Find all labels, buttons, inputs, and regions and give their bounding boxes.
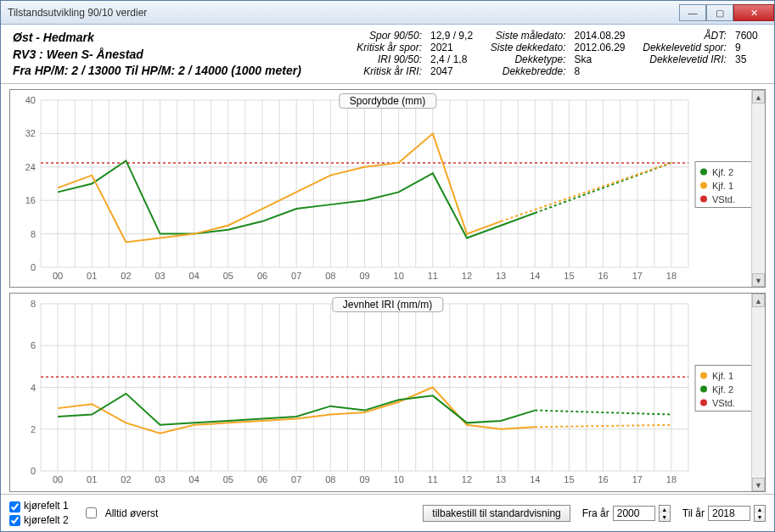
svg-text:08: 08 <box>325 271 335 281</box>
lbl-dekkedato: Siste dekkedato: <box>486 42 565 53</box>
lbl-dlspor: Dekkelevetid spor: <box>638 42 727 53</box>
close-button[interactable]: ✕ <box>733 4 774 21</box>
chart-jevnhet[interactable]: Jevnhet IRI (mm/m) 024680001020304050607… <box>9 293 766 492</box>
val-adt: 7600 <box>735 30 762 42</box>
val-maledato: 2014.08.29 <box>574 30 629 42</box>
val-kritiri: 2047 <box>430 65 477 77</box>
lbl-dekkebredde: Dekkebredde: <box>486 65 565 77</box>
scroll-down-icon[interactable]: ▼ <box>752 478 765 491</box>
svg-text:40: 40 <box>25 95 36 105</box>
svg-text:16: 16 <box>25 195 36 205</box>
svg-text:18: 18 <box>666 474 677 484</box>
svg-text:03: 03 <box>154 271 165 281</box>
svg-point-72 <box>700 168 707 175</box>
lbl-adt: ÅDT: <box>638 30 727 42</box>
svg-text:14: 14 <box>530 271 540 281</box>
svg-text:02: 02 <box>121 271 131 281</box>
lbl-dekketype: Dekketype: <box>486 53 565 65</box>
check-kj2-input[interactable] <box>9 515 20 526</box>
maximize-button[interactable]: ▢ <box>706 4 733 21</box>
svg-text:VStd.: VStd. <box>712 398 735 408</box>
to-year-spinner[interactable]: ▲▼ <box>754 505 766 522</box>
title-bar[interactable]: Tilstandsutvikling 90/10 verdier — ▢ ✕ <box>1 1 774 25</box>
svg-text:8: 8 <box>31 228 36 238</box>
region-label: Øst - Hedmark <box>13 30 335 47</box>
svg-text:12: 12 <box>462 474 472 484</box>
svg-text:6: 6 <box>31 341 36 351</box>
svg-text:18: 18 <box>666 271 677 281</box>
svg-text:Kjf. 2: Kjf. 2 <box>712 384 733 395</box>
svg-text:04: 04 <box>189 271 199 281</box>
svg-point-76 <box>700 195 707 202</box>
minimize-button[interactable]: — <box>679 4 706 21</box>
lbl-dliri: Dekkelevetid IRI: <box>638 53 727 65</box>
val-dekkebredde: 8 <box>574 65 629 77</box>
svg-text:09: 09 <box>359 271 369 281</box>
chart-title-2: Jevnhet IRI (mm/m) <box>332 297 443 312</box>
lane-checkboxes: kjørefelt 1 kjørefelt 2 <box>9 500 69 526</box>
svg-text:8: 8 <box>31 299 36 309</box>
svg-text:24: 24 <box>25 162 36 172</box>
lbl-spor9050: Spor 90/50: <box>352 30 422 42</box>
scroll-up-icon[interactable]: ▲ <box>752 294 765 307</box>
chart-scrollbar-1[interactable]: ▲ ▼ <box>751 90 765 288</box>
scroll-up-icon[interactable]: ▲ <box>752 90 765 104</box>
chart-svg-1: 0816243240000102030405060708091011121314… <box>10 90 765 288</box>
svg-text:06: 06 <box>257 474 267 484</box>
svg-text:04: 04 <box>189 474 199 484</box>
from-year-input[interactable] <box>613 506 655 521</box>
svg-text:13: 13 <box>496 271 506 281</box>
val-spor9050: 12,9 / 9,2 <box>430 30 477 42</box>
lbl-kritspor: Kritisk år spor: <box>352 42 422 53</box>
from-year-spinner[interactable]: ▲▼ <box>659 505 671 522</box>
route-label: RV3 : Ween S- Ånestad <box>13 47 335 64</box>
svg-text:VStd.: VStd. <box>712 193 735 204</box>
to-year-control: Til år ▲▼ <box>682 505 766 522</box>
svg-text:17: 17 <box>632 474 643 484</box>
val-kritspor: 2021 <box>430 42 477 53</box>
svg-point-152 <box>700 400 707 406</box>
check-kj2[interactable]: kjørefelt 2 <box>9 514 69 526</box>
check-kj1-input[interactable] <box>9 501 20 512</box>
svg-text:07: 07 <box>291 474 301 484</box>
val-dlspor: 9 <box>735 42 762 53</box>
reset-button[interactable]: tilbakestill til standardvisning <box>423 505 570 522</box>
svg-text:15: 15 <box>564 474 574 484</box>
hp-label: Fra HP/M: 2 / 13000 Til HP/M: 2 / 14000 … <box>13 63 335 80</box>
svg-text:Kjf. 1: Kjf. 1 <box>712 371 733 381</box>
svg-text:0: 0 <box>31 466 36 476</box>
charts-area: Spordybde (mm) 0816243240000102030405060… <box>1 84 774 494</box>
svg-text:16: 16 <box>598 474 608 484</box>
svg-text:32: 32 <box>25 128 36 138</box>
svg-text:13: 13 <box>496 474 506 484</box>
val-dekketype: Ska <box>574 53 629 65</box>
svg-point-148 <box>700 372 707 379</box>
svg-text:06: 06 <box>257 271 267 281</box>
svg-text:00: 00 <box>53 271 63 281</box>
svg-point-74 <box>700 182 707 188</box>
chart-scrollbar-2[interactable]: ▲ ▼ <box>751 294 765 491</box>
svg-text:2: 2 <box>31 424 36 434</box>
chart-svg-2: 0246800010203040506070809101112131415161… <box>10 294 765 491</box>
check-always-top-input[interactable] <box>86 507 97 518</box>
chart-spordybde[interactable]: Spordybde (mm) 0816243240000102030405060… <box>9 89 766 288</box>
svg-text:16: 16 <box>598 271 608 281</box>
always-top[interactable]: Alltid øverst <box>86 507 159 519</box>
from-year-label: Fra år <box>582 507 609 519</box>
bottom-bar: kjørefelt 1 kjørefelt 2 Alltid øverst ti… <box>1 494 774 531</box>
scroll-down-icon[interactable]: ▼ <box>752 273 765 287</box>
info-left: Øst - Hedmark RV3 : Ween S- Ånestad Fra … <box>13 30 335 80</box>
window-title: Tilstandsutvikling 90/10 verdier <box>8 7 679 19</box>
check-kj1[interactable]: kjørefelt 1 <box>9 500 69 512</box>
svg-text:12: 12 <box>462 271 472 281</box>
val-dliri: 35 <box>735 53 762 65</box>
to-year-input[interactable] <box>708 506 750 521</box>
chart-title-1: Spordybde (mm) <box>339 93 436 109</box>
window-controls: — ▢ ✕ <box>679 4 774 21</box>
svg-text:0: 0 <box>31 262 36 272</box>
info-grid: Spor 90/50: 12,9 / 9,2 Siste måledato: 2… <box>352 30 762 80</box>
svg-text:4: 4 <box>31 383 36 393</box>
val-iri9050: 2,4 / 1,8 <box>430 53 477 65</box>
val-dekkedato: 2012.06.29 <box>574 42 629 53</box>
svg-text:01: 01 <box>87 271 97 281</box>
